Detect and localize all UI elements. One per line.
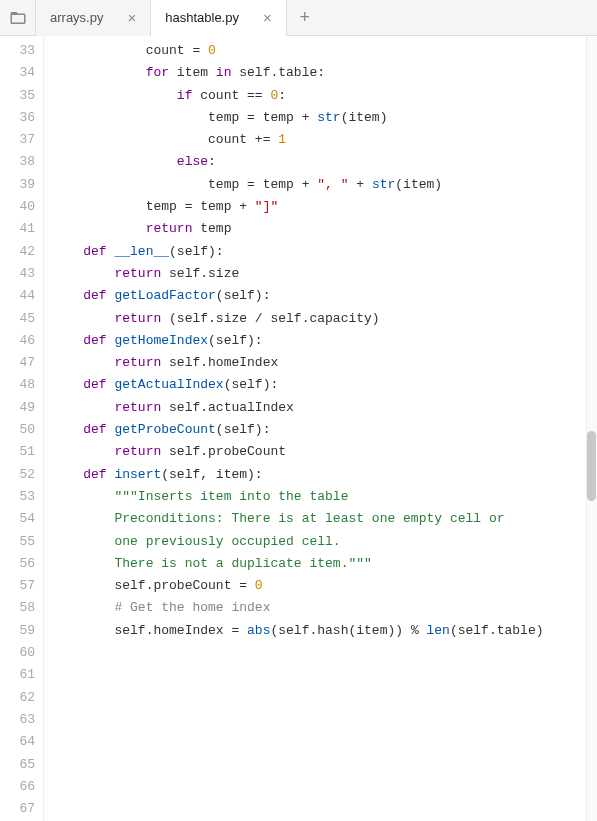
line-number: 54 bbox=[0, 508, 35, 530]
tab-label: arrays.py bbox=[50, 10, 103, 25]
line-number: 33 bbox=[0, 40, 35, 62]
line-number: 52 bbox=[0, 464, 35, 486]
line-number: 43 bbox=[0, 263, 35, 285]
code-line[interactable]: def getLoadFactor(self): bbox=[52, 285, 597, 307]
line-number: 38 bbox=[0, 151, 35, 173]
code-line[interactable]: There is not a duplicate item.""" bbox=[52, 553, 597, 575]
line-number: 55 bbox=[0, 531, 35, 553]
code-line[interactable]: for item in self.table: bbox=[52, 62, 597, 84]
code-line[interactable]: def insert(self, item): bbox=[52, 464, 597, 486]
tab-hashtable[interactable]: hashtable.py × bbox=[151, 0, 287, 36]
code-line[interactable]: def __len__(self): bbox=[52, 241, 597, 263]
tab-arrays[interactable]: arrays.py × bbox=[36, 0, 151, 36]
code-line[interactable]: self.probeCount = 0 bbox=[52, 575, 597, 597]
scrollbar-track[interactable] bbox=[586, 36, 597, 821]
line-number: 53 bbox=[0, 486, 35, 508]
code-line[interactable]: """Inserts item into the table bbox=[52, 486, 597, 508]
code-line[interactable]: count += 1 bbox=[52, 129, 597, 151]
line-number: 44 bbox=[0, 285, 35, 307]
line-number: 35 bbox=[0, 85, 35, 107]
line-number: 64 bbox=[0, 731, 35, 753]
code-line[interactable]: return (self.size / self.capacity) bbox=[52, 308, 597, 330]
line-number: 48 bbox=[0, 374, 35, 396]
line-number: 46 bbox=[0, 330, 35, 352]
line-number: 57 bbox=[0, 575, 35, 597]
line-number: 63 bbox=[0, 709, 35, 731]
line-number: 60 bbox=[0, 642, 35, 664]
line-number: 67 bbox=[0, 798, 35, 820]
code-line[interactable]: count = 0 bbox=[52, 40, 597, 62]
code-line[interactable]: one previously occupied cell. bbox=[52, 531, 597, 553]
line-number: 51 bbox=[0, 441, 35, 463]
close-icon[interactable]: × bbox=[259, 9, 276, 26]
scrollbar-thumb[interactable] bbox=[587, 431, 596, 501]
line-number: 61 bbox=[0, 664, 35, 686]
line-number: 40 bbox=[0, 196, 35, 218]
code-line[interactable]: def getHomeIndex(self): bbox=[52, 330, 597, 352]
folder-open-icon bbox=[9, 9, 27, 27]
code-editor[interactable]: count = 0 for item in self.table: if cou… bbox=[44, 36, 597, 821]
line-number: 39 bbox=[0, 174, 35, 196]
line-number: 59 bbox=[0, 620, 35, 642]
new-tab-button[interactable]: + bbox=[287, 0, 323, 36]
open-folder-button[interactable] bbox=[0, 0, 36, 36]
code-line[interactable]: return self.homeIndex bbox=[52, 352, 597, 374]
line-number: 45 bbox=[0, 308, 35, 330]
tab-bar: arrays.py × hashtable.py × + bbox=[0, 0, 597, 36]
code-line[interactable]: if count == 0: bbox=[52, 85, 597, 107]
code-line[interactable]: else: bbox=[52, 151, 597, 173]
tab-label: hashtable.py bbox=[165, 10, 239, 25]
code-line[interactable]: return temp bbox=[52, 218, 597, 240]
code-line[interactable]: return self.size bbox=[52, 263, 597, 285]
line-number: 42 bbox=[0, 241, 35, 263]
line-number: 58 bbox=[0, 597, 35, 619]
code-line[interactable]: def getProbeCount(self): bbox=[52, 419, 597, 441]
code-line[interactable]: temp = temp + ", " + str(item) bbox=[52, 174, 597, 196]
line-number: 41 bbox=[0, 218, 35, 240]
code-line[interactable]: def getActualIndex(self): bbox=[52, 374, 597, 396]
code-line[interactable]: temp = temp + "]" bbox=[52, 196, 597, 218]
line-number: 66 bbox=[0, 776, 35, 798]
close-icon[interactable]: × bbox=[123, 9, 140, 26]
editor-area: 3334353637383940414243444546474849505152… bbox=[0, 36, 597, 821]
code-line[interactable]: Preconditions: There is at least one emp… bbox=[52, 508, 597, 530]
line-number: 37 bbox=[0, 129, 35, 151]
line-number: 47 bbox=[0, 352, 35, 374]
plus-icon: + bbox=[299, 7, 310, 28]
code-line[interactable]: return self.probeCount bbox=[52, 441, 597, 463]
code-line[interactable]: self.homeIndex = abs(self.hash(item)) % … bbox=[52, 620, 597, 642]
line-number: 56 bbox=[0, 553, 35, 575]
code-line[interactable]: # Get the home index bbox=[52, 597, 597, 619]
line-number-gutter: 3334353637383940414243444546474849505152… bbox=[0, 36, 44, 821]
code-line[interactable]: temp = temp + str(item) bbox=[52, 107, 597, 129]
line-number: 50 bbox=[0, 419, 35, 441]
line-number: 34 bbox=[0, 62, 35, 84]
line-number: 36 bbox=[0, 107, 35, 129]
line-number: 49 bbox=[0, 397, 35, 419]
line-number: 62 bbox=[0, 687, 35, 709]
code-line[interactable]: return self.actualIndex bbox=[52, 397, 597, 419]
line-number: 65 bbox=[0, 754, 35, 776]
